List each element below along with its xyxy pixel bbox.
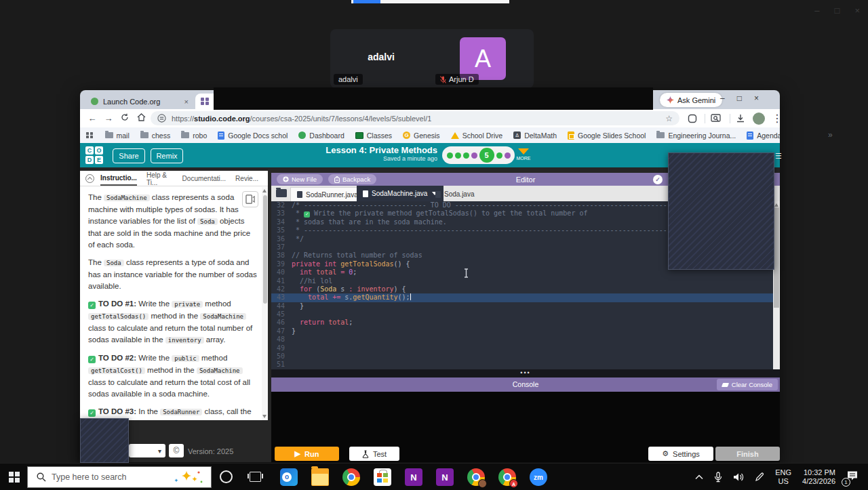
scroll-down-icon[interactable]	[262, 415, 267, 418]
speaker-icon[interactable]	[733, 472, 744, 482]
header-menu-icon[interactable]: ☰	[775, 152, 783, 161]
scrollbar-thumb[interactable]	[263, 195, 267, 304]
bookmark-item[interactable]: Engineering Journa...	[656, 131, 736, 140]
tab-review[interactable]: Revie...	[235, 171, 258, 185]
browser-close-icon[interactable]: ×	[754, 94, 759, 103]
reload-icon[interactable]	[117, 113, 133, 123]
bookmark-item[interactable]: Dashboard	[298, 131, 344, 140]
bookmark-item[interactable]: Google Slides School	[568, 131, 646, 140]
bookmark-item[interactable]: mail	[105, 131, 130, 140]
forward-icon[interactable]: →	[100, 113, 117, 123]
code-line[interactable]: 47}	[271, 327, 780, 335]
bookmark-item[interactable]: Google Docs schol	[218, 131, 288, 140]
code-line[interactable]: 41 //hi lol	[271, 277, 780, 285]
code-line[interactable]: 50	[271, 352, 780, 361]
zoom-minimize-icon[interactable]: –	[814, 5, 819, 16]
progress-dot[interactable]	[505, 152, 511, 159]
bookmark-item[interactable]: Classes	[355, 131, 392, 140]
code-line[interactable]: 49	[271, 344, 780, 352]
address-bar[interactable]: https://studio.code.org/courses/csa-2025…	[151, 111, 679, 125]
chrome-p1-taskbar-icon[interactable]	[467, 468, 485, 486]
home-icon[interactable]	[133, 113, 149, 123]
more-button[interactable]: MORE	[516, 148, 531, 161]
test-button[interactable]: Test	[349, 447, 399, 461]
editor-check-icon[interactable]: ✓	[653, 175, 663, 184]
code-line-active[interactable]: 43 total += s.getQuantity();	[271, 293, 780, 302]
bookmark-star-icon[interactable]: ☆	[665, 114, 673, 123]
copyright-button[interactable]: ©	[169, 444, 184, 457]
search-tabs-icon[interactable]	[711, 111, 721, 125]
code-line[interactable]: 44 }	[271, 302, 780, 310]
action-center-icon[interactable]: 1	[846, 470, 859, 484]
tab-help-tips[interactable]: Help & Ti...	[146, 171, 173, 189]
zoom-restore-icon[interactable]: □	[835, 5, 840, 16]
file-tab-sodarunner[interactable]: SodaRunner.java	[290, 187, 365, 201]
site-info-icon[interactable]	[157, 114, 166, 123]
collapse-panel-icon[interactable]	[85, 174, 94, 183]
browser-menu-icon[interactable]: ⋮	[772, 111, 783, 125]
run-button[interactable]: ▶Run	[275, 447, 339, 461]
chrome-taskbar-icon[interactable]	[342, 468, 360, 486]
browser-tab-launch[interactable]: Launch Code.org ×	[85, 94, 194, 109]
bookmark-item[interactable]: GGenesis	[403, 131, 440, 140]
bookmark-item[interactable]: School Drive	[451, 131, 503, 140]
task-view-icon[interactable]	[250, 472, 261, 482]
code-line[interactable]: 51	[271, 361, 780, 369]
bookmarks-overflow-icon[interactable]: »	[828, 130, 833, 140]
progress-dot[interactable]	[496, 152, 502, 159]
search-input[interactable]	[52, 472, 160, 482]
progress-dot[interactable]	[455, 152, 461, 159]
files-folder-icon[interactable]	[276, 189, 287, 197]
start-button[interactable]	[9, 472, 20, 483]
ask-gemini-button[interactable]: Ask Gemini	[660, 93, 722, 107]
clock[interactable]: 10:32 PM4/23/2026	[802, 468, 835, 486]
remix-button[interactable]: Remix	[151, 148, 183, 163]
outlook-taskbar-icon[interactable]: o	[280, 468, 298, 486]
progress-dot[interactable]	[471, 152, 477, 159]
bookmark-item[interactable]: ΔDeltaMath	[513, 131, 557, 140]
code-line[interactable]: 45	[271, 310, 780, 319]
scrollbar-thumb[interactable]	[774, 207, 779, 308]
language-indicator[interactable]: ENGUS	[775, 468, 791, 486]
bookmark-item[interactable]: Agenda - Google D...	[747, 131, 780, 140]
downloads-icon[interactable]	[736, 111, 745, 125]
zoom-taskbar-icon[interactable]: zm	[530, 468, 547, 486]
tab-instructions[interactable]: Instructio...	[100, 171, 137, 186]
bookmark-item[interactable]: robo	[181, 131, 207, 140]
scroll-up-icon[interactable]	[774, 203, 778, 207]
browser-minimize-icon[interactable]: –	[720, 94, 725, 103]
bookmark-item[interactable]: chess	[140, 131, 170, 140]
instructions-scrollbar[interactable]	[262, 187, 268, 420]
clear-console-button[interactable]: Clear Console	[717, 379, 778, 390]
explorer-taskbar-icon[interactable]	[311, 468, 329, 486]
file-tab-soda[interactable]: Soda.java	[429, 187, 480, 201]
profile-avatar[interactable]	[753, 111, 765, 125]
tab-groups-icon[interactable]	[688, 111, 697, 125]
share-button[interactable]: Share	[113, 148, 145, 163]
settings-button[interactable]: ⚙Settings	[648, 447, 713, 461]
zoom-close-icon[interactable]: ×	[854, 5, 860, 16]
meeting-video-panel[interactable]: adalvi adalvi A Arjun D	[330, 29, 534, 88]
chrome-p2-taskbar-icon[interactable]: A	[498, 468, 516, 486]
store-taskbar-icon[interactable]	[374, 468, 391, 486]
taskbar-search[interactable]	[27, 466, 212, 488]
code-line[interactable]: 42 for (Soda s : inventory) {	[271, 285, 780, 293]
tray-expand-icon[interactable]	[695, 474, 703, 480]
onenote2-taskbar-icon[interactable]: N	[436, 468, 454, 486]
onenote-taskbar-icon[interactable]: N	[405, 468, 422, 486]
cortana-icon[interactable]	[220, 470, 233, 483]
apps-grid-icon[interactable]	[86, 132, 93, 139]
version-select[interactable]: ▾	[129, 444, 165, 457]
code-line[interactable]: 48	[271, 335, 780, 344]
progress-current-level[interactable]: 5	[479, 148, 494, 163]
microphone-icon[interactable]	[714, 472, 722, 483]
scroll-up-icon[interactable]	[262, 189, 267, 192]
finish-button[interactable]: Finish	[715, 447, 780, 461]
read-aloud-button[interactable]	[242, 191, 258, 207]
tab-close-icon[interactable]: ×	[184, 98, 189, 106]
browser-restore-icon[interactable]: □	[737, 94, 742, 103]
meeting-top-strip[interactable]	[351, 0, 509, 3]
progress-dot[interactable]	[463, 152, 469, 159]
progress-dot[interactable]	[447, 152, 453, 159]
codeorg-logo[interactable]: CODE	[85, 146, 103, 164]
